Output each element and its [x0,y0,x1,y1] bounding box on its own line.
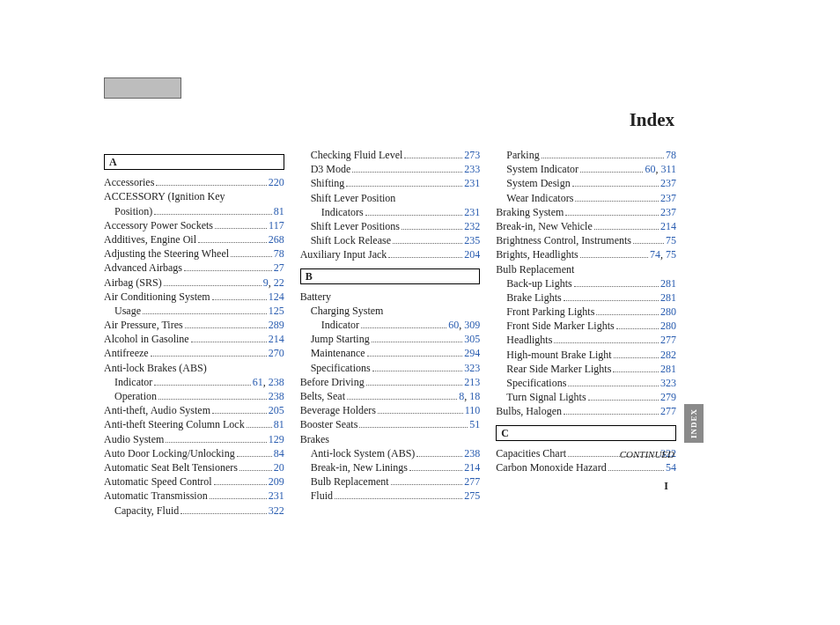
page-link[interactable]: 61 [253,376,263,388]
letter-header: B [300,268,481,284]
page-link[interactable]: 214 [464,461,480,474]
page-link[interactable]: 233 [464,163,480,175]
index-entry-pages: 289 [269,318,284,332]
page-link[interactable]: 84 [274,447,284,460]
page-link[interactable]: 8 [459,390,464,402]
page-link[interactable]: 322 [269,504,284,517]
page-link[interactable]: 237 [660,206,676,218]
index-entry: Automatic Transmission231 [104,489,284,503]
index-entry-label: Anti-lock System (ABS) [311,446,416,460]
page-link[interactable]: 279 [660,391,676,403]
page-link[interactable]: 282 [660,349,676,361]
page-link[interactable]: 281 [660,291,676,304]
index-entry: Braking System237 [496,205,676,219]
page-link[interactable]: 18 [469,390,480,402]
index-entry: Indicator60, 309 [300,318,481,332]
page-link[interactable]: 60 [645,163,655,175]
page-link[interactable]: 323 [660,377,676,389]
index-entry-pages: 9, 22 [263,276,284,290]
index-content: AAccessories220ACCESSORY (Ignition KeyPo… [104,148,676,518]
page-link[interactable]: 305 [464,333,480,345]
index-entry-pages: 270 [269,346,284,360]
page-link[interactable]: 281 [660,363,676,375]
page-link[interactable]: 311 [660,163,676,175]
page-link[interactable]: 231 [464,177,480,189]
page-link[interactable]: 280 [660,320,676,332]
page-link[interactable]: 9 [263,276,269,289]
index-entry-pages: 281 [660,290,676,305]
page-link[interactable]: 124 [269,290,284,303]
page-link[interactable]: 238 [269,376,284,388]
page-link[interactable]: 75 [666,234,676,246]
index-entry-pages: 78 [274,246,284,261]
page-link[interactable]: 277 [464,475,480,488]
index-entry: Bulb Replacement277 [300,474,481,489]
index-entry-pages: 8, 18 [459,389,480,403]
page-link[interactable]: 214 [660,220,676,232]
index-entry-pages: 129 [269,432,284,446]
page-link[interactable]: 213 [464,376,480,388]
page-link[interactable]: 232 [464,220,480,232]
page-link[interactable]: 237 [660,192,676,204]
page-link[interactable]: 78 [666,149,676,161]
page-link[interactable]: 204 [464,248,480,261]
page-link[interactable]: 238 [269,390,284,402]
page-link[interactable]: 323 [464,362,480,374]
page-link[interactable]: 60 [448,319,459,331]
index-entry: Operation238 [104,389,284,403]
page-link[interactable]: 280 [660,305,676,318]
page-link[interactable]: 22 [274,276,284,289]
page-link[interactable]: 214 [269,333,284,345]
page-link[interactable]: 235 [464,234,480,246]
index-entry: Rear Side Marker Lights281 [496,362,676,376]
page-link[interactable]: 54 [666,461,676,474]
page-link[interactable]: 270 [269,347,284,359]
page-link[interactable]: 231 [464,206,480,218]
page-link[interactable]: 289 [269,319,284,331]
index-entry: Turn Signal Lights279 [496,390,676,404]
page-link[interactable]: 277 [660,405,676,417]
leader-dots [237,447,272,457]
page-link[interactable]: 277 [660,334,676,346]
page-link[interactable]: 205 [269,404,284,416]
page-link[interactable]: 81 [274,205,284,217]
index-entry-pages: 238 [269,389,284,403]
page-link[interactable]: 117 [269,219,284,232]
index-entry-pages: 279 [660,390,676,404]
page-link[interactable]: 238 [464,447,480,460]
index-entry-label: Bulb Replacement [311,474,389,489]
leader-dots [580,164,643,173]
page-link[interactable]: 231 [269,489,284,502]
page-link[interactable]: 281 [660,277,676,290]
index-entry: Belts, Seat8, 18 [300,389,481,403]
page-link[interactable]: 74 [650,248,660,261]
index-entry: Accessories220 [104,175,284,189]
page-link[interactable]: 75 [666,248,676,261]
page-link[interactable]: 125 [269,305,284,317]
page-link[interactable]: 268 [269,233,284,246]
page-link[interactable]: 209 [269,475,284,488]
index-entry-label: Headlights [506,333,552,347]
page-link[interactable]: 51 [469,418,480,430]
index-entry-pages: 20 [274,460,284,474]
page-link[interactable]: 294 [464,347,480,359]
page-link[interactable]: 27 [274,261,284,274]
leader-dots [568,377,659,386]
page-link[interactable]: 273 [464,149,480,161]
page-link[interactable]: 220 [269,176,284,188]
page-link[interactable]: 81 [274,418,284,430]
index-entry-label: Belts, Seat [300,389,345,403]
index-entry-label: Automatic Seat Belt Tensioners [104,460,238,474]
page-link[interactable]: 275 [464,489,480,502]
index-entry: Air Pressure, Tires289 [104,318,284,332]
page-link[interactable]: 20 [274,461,284,474]
index-entry-label: Shift Lock Release [311,233,391,247]
page-link[interactable]: 129 [269,433,284,445]
page-link[interactable]: 110 [465,404,481,416]
index-entry-label: Front Parking Lights [506,305,594,319]
page-link[interactable]: 78 [274,247,284,260]
index-entry-pages: 61, 238 [253,375,284,389]
page-link[interactable]: 237 [660,177,676,189]
leader-dots [361,319,446,328]
page-link[interactable]: 309 [464,319,480,331]
